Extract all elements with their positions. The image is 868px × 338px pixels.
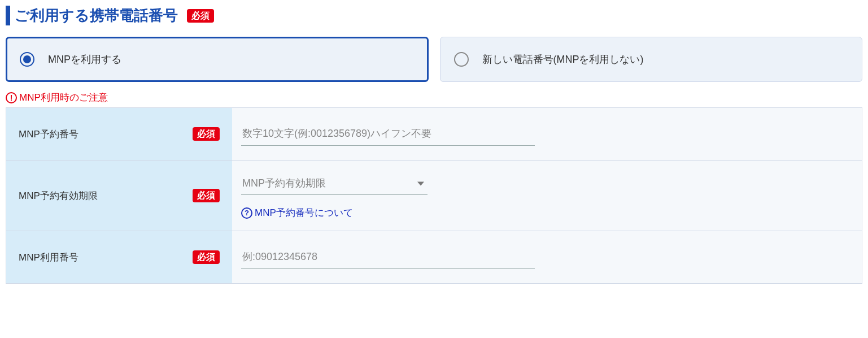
label-cell-mnp-reserve: MNP予約番号 必須 [6,108,232,160]
required-badge: 必須 [193,250,220,264]
mnp-reserve-help-text: MNP予約番号について [255,206,353,219]
mnp-expiry-select[interactable]: MNP予約有効期限 [241,172,428,195]
label-mnp-expiry: MNP予約有効期限 [19,189,98,202]
required-badge: 必須 [193,127,220,141]
mnp-notice-link[interactable]: ! MNP利用時のご注意 [6,91,862,104]
mnp-expiry-select-wrap: MNP予約有効期限 [241,172,428,195]
radio-group: MNPを利用する 新しい電話番号(MNPを利用しない) [6,37,862,82]
mnp-reserve-input[interactable] [241,122,535,146]
radio-option-mnp[interactable]: MNPを利用する [6,37,429,82]
label-cell-mnp-expiry: MNP予約有効期限 必須 [6,161,232,231]
radio-circle-icon [454,52,469,67]
input-cell-mnp-reserve [232,108,862,160]
mnp-number-input[interactable] [241,245,535,269]
section-header: ご利用する携帯電話番号 必須 [6,6,862,25]
radio-circle-icon [20,52,34,67]
row-mnp-expiry: MNP予約有効期限 必須 MNP予約有効期限 ? MNP予約番号について [6,160,862,231]
label-cell-mnp-number: MNP利用番号 必須 [6,231,232,283]
form-table: MNP予約番号 必須 MNP予約有効期限 必須 MNP予約有効期限 ? MNP予… [6,107,862,284]
question-icon: ? [241,207,252,219]
row-mnp-number: MNP利用番号 必須 [6,231,862,283]
radio-label-mnp: MNPを利用する [48,53,121,66]
radio-label-new: 新しい電話番号(MNPを利用しない) [482,53,644,66]
label-mnp-reserve: MNP予約番号 [19,128,78,141]
mnp-notice-text: MNP利用時のご注意 [19,91,108,104]
section-title: ご利用する携帯電話番号 [6,6,178,25]
input-cell-mnp-number [232,231,862,283]
exclamation-icon: ! [6,92,17,103]
mnp-reserve-help-link[interactable]: ? MNP予約番号について [241,206,853,219]
row-mnp-reserve: MNP予約番号 必須 [6,107,862,160]
input-cell-mnp-expiry: MNP予約有効期限 ? MNP予約番号について [232,161,862,231]
required-badge: 必須 [193,189,220,202]
label-mnp-number: MNP利用番号 [19,251,78,264]
radio-option-new[interactable]: 新しい電話番号(MNPを利用しない) [440,37,863,82]
required-badge: 必須 [187,9,214,23]
